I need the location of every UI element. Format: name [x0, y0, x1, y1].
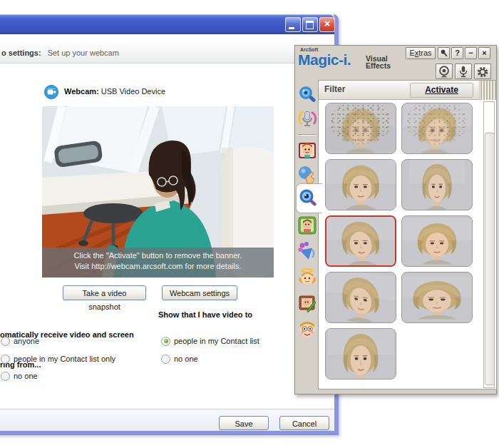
face-swirl-effect[interactable]	[325, 272, 396, 323]
visual-effects-logo: Visual Effects	[366, 55, 391, 69]
webcam-label: Webcam:	[64, 87, 99, 96]
radio-circle[interactable]	[1, 337, 10, 346]
radio-show-no-one[interactable]: no one	[161, 354, 198, 364]
pin-icon	[438, 48, 449, 58]
face-dissolve-effect[interactable]	[325, 103, 396, 154]
webcam-device-name: USB Video Device	[101, 87, 165, 96]
panel-close-button[interactable]: ×	[478, 47, 490, 59]
minimize-icon: −	[468, 49, 473, 57]
face-normal-effect[interactable]	[325, 159, 396, 210]
close-button[interactable]: ×	[319, 17, 335, 32]
face-twist-effect[interactable]	[325, 215, 396, 267]
sidebar-hand-gesture-icon[interactable]	[297, 164, 317, 184]
sidebar-divider	[298, 134, 316, 135]
sidebar-angel-avatar-icon[interactable]	[297, 268, 317, 287]
sidebar-picture-in-picture-icon[interactable]	[297, 294, 317, 314]
webcam-video-preview: Click the "Activate" button to remove th…	[42, 106, 274, 278]
radio-circle[interactable]	[1, 372, 10, 381]
radio-show-contact-list[interactable]: people in my Contact list	[161, 336, 259, 346]
effects-category-sidebar	[295, 46, 319, 394]
cancel-button[interactable]: Cancel	[279, 416, 329, 430]
save-button[interactable]: Save	[219, 416, 269, 430]
settings-header: o settings:Set up your webcam	[0, 43, 334, 63]
filter-header-bar: Filter Activate	[319, 81, 480, 100]
radio-circle[interactable]	[161, 337, 170, 346]
pin-on-top-button[interactable]	[438, 47, 450, 59]
webcam-icon	[44, 85, 58, 99]
microphone-toggle-button[interactable]	[455, 63, 472, 79]
banner-line1: Click the "Activate" button to remove th…	[42, 250, 274, 261]
webcam-device-row: Webcam: USB Video Device	[64, 87, 165, 96]
face-pinch-effect[interactable]	[401, 159, 473, 210]
video-settings-window: × o settings:Set up your webcam Webcam: …	[0, 14, 339, 435]
sidebar-zoom-webcam-icon[interactable]	[297, 84, 317, 104]
minimize-icon	[289, 27, 294, 29]
radio-circle[interactable]	[1, 355, 10, 364]
close-icon: ×	[482, 49, 486, 57]
panel-minimize-button[interactable]: −	[465, 47, 477, 59]
sidebar-photo-frame-icon[interactable]	[297, 215, 317, 235]
sidebar-emotion-announce-icon[interactable]	[297, 241, 317, 261]
filter-title: Filter	[324, 81, 345, 98]
effects-scrollbar[interactable]	[483, 101, 495, 388]
radio-anyone[interactable]: anyone	[1, 336, 39, 346]
sidebar-magnifier-effect-icon[interactable]	[297, 188, 317, 208]
show-group-heading: Show that I have video to	[158, 310, 252, 320]
webcam-toggle-button[interactable]	[436, 63, 453, 79]
window-controls: ×	[285, 17, 335, 32]
help-button[interactable]: ?	[451, 47, 463, 59]
settings-subtitle: Set up your webcam	[48, 49, 119, 57]
radio-contact-list-only[interactable]: people in my Contact list only	[1, 354, 115, 364]
face-long-effect[interactable]	[325, 328, 396, 380]
settings-title: o settings:	[1, 49, 41, 57]
sidebar-microphone-effects-icon[interactable]	[297, 108, 317, 128]
sidebar-avatar-frame-icon[interactable]	[297, 141, 317, 161]
banner-line2: Visit http://webcam.arcsoft.com for more…	[42, 261, 274, 272]
activate-link[interactable]: Activate	[410, 83, 473, 98]
magic-i-effects-panel: ArcSoft Magic-i. Visual Effects Extras ?…	[294, 45, 497, 394]
activation-banner: Click the "Activate" button to remove th…	[42, 248, 274, 278]
help-icon: ?	[455, 49, 460, 57]
panel-grip	[480, 81, 496, 100]
settings-button[interactable]	[474, 63, 491, 79]
radio-no-one-receive[interactable]: no one	[1, 371, 38, 381]
minimize-button[interactable]	[285, 17, 301, 32]
maximize-icon	[306, 21, 314, 29]
effects-grid	[325, 103, 473, 380]
filter-panel: Filter Activate	[318, 80, 497, 390]
radio-circle[interactable]	[161, 355, 170, 364]
face-wide-effect[interactable]	[401, 272, 473, 323]
window-titlebar[interactable]: ×	[0, 14, 334, 34]
maximize-button[interactable]	[302, 17, 318, 32]
webcam-settings-button[interactable]: Webcam settings	[162, 285, 237, 300]
close-icon: ×	[320, 18, 334, 31]
sidebar-comic-face-icon[interactable]	[297, 320, 317, 340]
face-smear-effect[interactable]	[401, 103, 473, 154]
face-big-eyes-effect[interactable]	[401, 215, 473, 267]
take-snapshot-button[interactable]: Take a video snapshot	[63, 285, 146, 300]
scrollbar-thumb[interactable]	[485, 133, 495, 385]
extras-button[interactable]: Extras	[406, 47, 436, 59]
